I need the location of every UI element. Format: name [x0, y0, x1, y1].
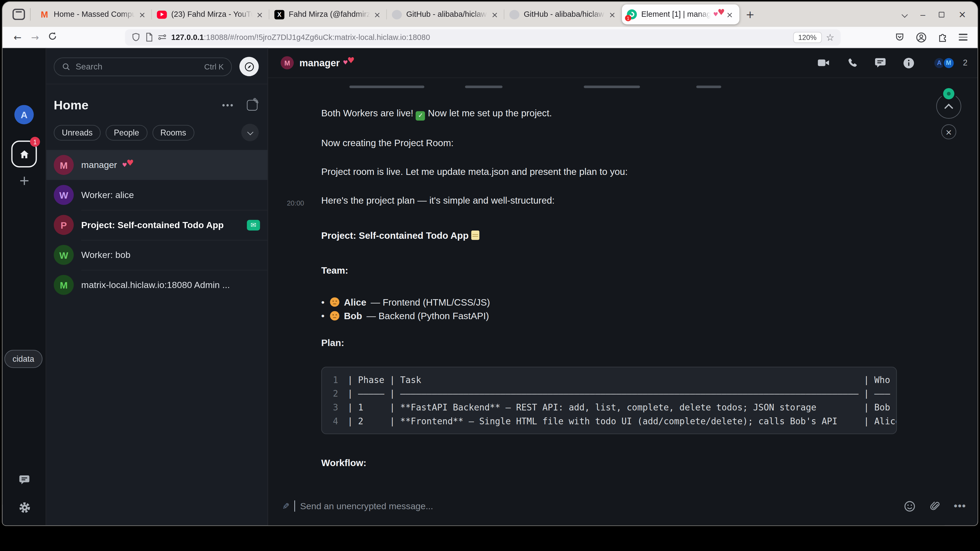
menu-hamburger-icon[interactable] [959, 33, 967, 41]
back-button[interactable]: ← [9, 32, 26, 43]
more-options-icon[interactable]: ••• [954, 500, 966, 511]
room-info-icon[interactable] [902, 56, 915, 69]
room-list-item[interactable]: PProject: Self-contained Todo App✉ [46, 210, 268, 240]
page-info-icon[interactable] [145, 32, 153, 42]
reload-button[interactable] [44, 31, 61, 43]
room-list-item[interactable]: WWorker: alice [46, 180, 268, 210]
search-input[interactable]: Search Ctrl K [54, 57, 232, 76]
member-facepile[interactable]: AM [933, 56, 955, 69]
zoom-level-badge[interactable]: 120% [793, 32, 822, 43]
user-avatar[interactable]: A [14, 105, 34, 124]
browser-tab[interactable]: GitHub - alibaba/hiclaw:× [387, 4, 504, 24]
room-list-item[interactable]: Mmatrix-local.hiclaw.io:18080 Admin ... [46, 270, 268, 300]
extensions-puzzle-icon[interactable] [937, 32, 948, 43]
tab-label: GitHub - alibaba/hiclaw: [524, 10, 605, 19]
browser-tab[interactable]: GitHub - alibaba/hiclaw:× [504, 4, 622, 24]
attachment-icon[interactable] [929, 500, 940, 512]
room-name: Worker: alice [81, 190, 260, 200]
element-app: A 1 + cidata Search Ctrl K [2, 48, 977, 526]
tab-close-icon[interactable]: × [138, 10, 147, 19]
tab-close-icon[interactable]: × [372, 10, 382, 19]
settings-gear-icon[interactable] [18, 501, 31, 514]
sidebar-save-icon[interactable] [894, 32, 905, 43]
tab-close-icon[interactable]: × [608, 10, 617, 19]
tab-close-icon[interactable]: × [490, 10, 499, 19]
home-space-button[interactable]: 1 [11, 141, 37, 167]
message-paragraph: Plan: [321, 337, 940, 349]
compose-icon[interactable] [247, 100, 258, 111]
tab-close-icon[interactable]: × [725, 10, 735, 19]
message-text: Here's the project plan — it's simple an… [321, 195, 554, 205]
browser-tab[interactable]: (23) Fahd Mirza - YouTube× [152, 4, 269, 24]
chat-panel: M manager AM 2 Both Workers are live! No… [268, 48, 978, 526]
room-list-panel: Search Ctrl K Home ••• UnreadsPeopleRoo [46, 48, 268, 526]
home-unread-badge: 1 [30, 137, 40, 147]
shield-icon[interactable] [131, 32, 141, 42]
dismiss-unread-button[interactable]: × [941, 124, 956, 139]
filter-expand-button[interactable] [241, 124, 259, 141]
room-title[interactable]: manager [299, 57, 355, 68]
code-line-text: | Phase | Task | Who | [347, 373, 896, 386]
message-text: — Frontend (HTML/CSS/JS) [371, 295, 490, 309]
threads-header-icon[interactable] [873, 56, 886, 69]
room-filters: UnreadsPeopleRooms [46, 112, 268, 149]
bookmark-star-icon[interactable]: ☆ [826, 32, 835, 43]
room-avatar: W [54, 185, 74, 205]
restore-button[interactable] [939, 11, 945, 17]
message-bold-text: Team: [321, 265, 348, 275]
minimize-button[interactable]: – [920, 9, 925, 19]
message-composer[interactable]: ✎ Send an unencrypted message... ••• [268, 493, 978, 526]
code-line-text: | ————— | ——————————————————————————————… [347, 386, 896, 400]
filter-pill-unreads[interactable]: Unreads [54, 125, 101, 140]
tab-overflow-chevron-icon[interactable] [902, 11, 908, 17]
search-placeholder: Search [76, 62, 102, 71]
member-avatar: M [942, 56, 955, 69]
hearts-icon [122, 160, 134, 170]
search-shortcut: Ctrl K [204, 62, 224, 71]
browser-tab[interactable]: 1Element [1] | manager× [622, 4, 739, 24]
text-cursor [294, 500, 295, 511]
browser-tab[interactable]: MHome - Massed Compute× [34, 4, 152, 24]
numbered-list: 1.Bob builds the API first, tells me whe… [321, 490, 940, 493]
chat-header: M manager AM 2 [268, 48, 978, 78]
tab-notification-badge: 1 [625, 15, 631, 21]
room-list-item[interactable]: WWorker: bob [46, 240, 268, 270]
chevron-down-icon [247, 129, 253, 135]
composer-placeholder[interactable]: Send an unencrypted message... [300, 501, 899, 511]
video-call-icon[interactable] [817, 56, 830, 69]
composer-unencrypted-icon: ✎ [280, 502, 291, 510]
filter-pill-people[interactable]: People [106, 125, 147, 140]
url-bar[interactable]: 127.0.0.1:18088/#/room/!5jroZ7DlJ1g4Zg6u… [125, 29, 840, 45]
code-line-text: | 2 | **Frontend** — Single HTML file wi… [347, 414, 896, 428]
filter-pill-rooms[interactable]: Rooms [152, 125, 194, 140]
message-paragraph: Workflow: [321, 456, 940, 469]
youtube-icon [157, 10, 167, 19]
tab-close-icon[interactable]: × [255, 10, 264, 19]
permissions-icon[interactable] [158, 33, 167, 41]
emoji-icon[interactable] [904, 500, 916, 512]
tab-label: Fahd Mirza (@fahdmirza) [289, 10, 370, 19]
new-tab-button[interactable]: + [746, 8, 754, 21]
chat-header-icons: AM 2 [817, 56, 967, 69]
threads-icon[interactable] [18, 473, 30, 486]
url-text[interactable]: 127.0.0.1:18088/#/room/!5jroZ7DlJ1g4Zg6u… [171, 33, 430, 41]
create-space-button[interactable]: + [2, 173, 46, 188]
massed-compute-icon: M [40, 9, 49, 19]
code-line: 2| ————— | —————————————————————————————… [327, 386, 896, 400]
firefox-view-icon[interactable] [13, 9, 25, 20]
explore-rooms-button[interactable] [239, 57, 259, 76]
forward-button[interactable]: → [26, 32, 44, 43]
voice-call-icon[interactable] [845, 56, 858, 69]
browser-tab[interactable]: XFahd Mirza (@fahdmirza)× [269, 4, 387, 24]
bullet-dot: • [321, 309, 325, 323]
play-icon [161, 13, 164, 16]
invite-badge: ✉ [247, 220, 260, 230]
hearts-icon [343, 58, 355, 67]
close-window-button[interactable]: × [958, 9, 966, 20]
room-avatar[interactable]: M [281, 56, 294, 69]
space-options-icon[interactable]: ••• [222, 101, 234, 110]
member-count[interactable]: 2 [963, 58, 967, 67]
code-line: 1| Phase | Task | Who | [327, 373, 896, 386]
account-icon[interactable] [916, 32, 927, 43]
room-list-item[interactable]: Mmanager [46, 150, 268, 180]
